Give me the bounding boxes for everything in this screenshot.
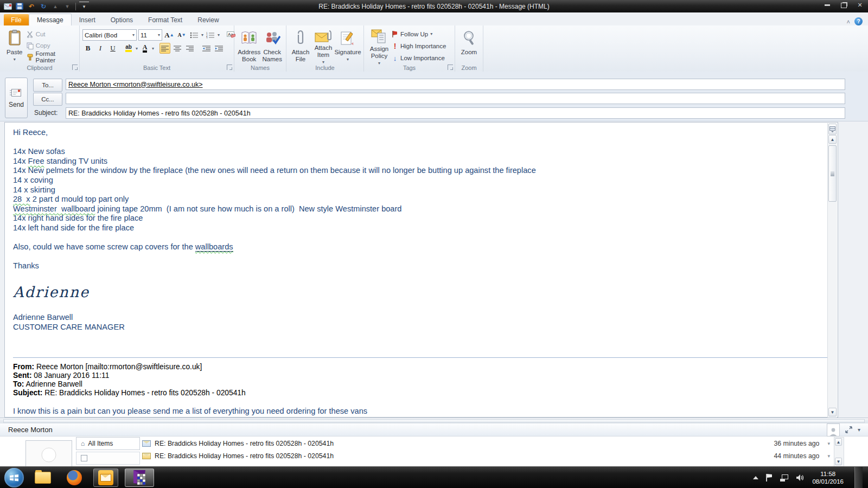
increase-indent-button[interactable] xyxy=(214,43,225,54)
action-center-icon[interactable] xyxy=(766,474,773,481)
cc-field[interactable] xyxy=(66,93,845,104)
bullets-caret-icon[interactable]: ▾ xyxy=(201,33,203,37)
send-button[interactable]: Send xyxy=(5,78,28,118)
expand-pane-icon[interactable] xyxy=(845,426,852,433)
taskbar-outlook-button[interactable] xyxy=(93,468,118,487)
font-color-icon: A xyxy=(143,44,148,53)
start-button[interactable] xyxy=(4,468,24,487)
cc-button[interactable]: Cc... xyxy=(33,93,62,106)
people-scroll-down-button[interactable]: ▼ xyxy=(835,458,842,465)
chevron-down-icon[interactable]: ▾ xyxy=(827,453,832,459)
people-scroll-up-button[interactable]: ▲ xyxy=(835,438,842,446)
scroll-down-button[interactable]: ▼ xyxy=(828,408,837,416)
message-body-text[interactable]: Hi Reece, 14x New sofas14x Free standing… xyxy=(13,128,821,416)
grow-font-button[interactable]: A▲ xyxy=(164,30,175,41)
chevron-down-icon[interactable]: ▾ xyxy=(827,441,832,446)
signature-button[interactable]: Signature ▾ xyxy=(335,27,361,63)
volume-icon[interactable] xyxy=(796,474,805,481)
basic-text-dialog-launcher[interactable] xyxy=(227,65,232,70)
body-scrollbar[interactable]: ▲ ▼ xyxy=(827,123,837,418)
taskbar-clock[interactable]: 11:58 08/01/2016 xyxy=(812,470,847,485)
scroll-up-button[interactable]: ▲ xyxy=(828,135,837,144)
split-pane-icon[interactable] xyxy=(828,124,837,134)
close-button[interactable]: ✕ xyxy=(852,0,868,10)
italic-button[interactable]: I xyxy=(95,43,106,54)
check-names-icon xyxy=(264,29,280,47)
low-importance-label: Low Importance xyxy=(400,55,445,61)
outlook-icon xyxy=(98,470,113,485)
taskbar-app-button[interactable] xyxy=(125,468,154,487)
high-importance-button[interactable]: ! High Importance xyxy=(392,41,446,50)
clipboard-dialog-launcher[interactable] xyxy=(72,65,78,70)
message-body[interactable]: Hi Reece, 14x New sofas14x Free standing… xyxy=(4,122,838,418)
save-icon[interactable] xyxy=(15,2,24,11)
tags-dialog-launcher[interactable] xyxy=(448,65,453,70)
customize-qat-icon[interactable]: ▾ xyxy=(79,2,89,11)
to-field[interactable]: Reece Morton <rmorton@swiftleisure.co.uk… xyxy=(66,79,845,90)
font-size-select[interactable]: 11 ▾ xyxy=(138,29,162,41)
zoom-button[interactable]: Zoom xyxy=(458,27,480,63)
help-icon[interactable]: ? xyxy=(854,17,863,25)
taskbar-firefox-button[interactable] xyxy=(62,468,87,487)
shrink-font-button[interactable]: A▼ xyxy=(176,30,187,41)
align-center-button[interactable] xyxy=(172,43,183,54)
to-recipient[interactable]: Reece Morton <rmorton@swiftleisure.co.uk… xyxy=(68,81,203,88)
tab-review[interactable]: Review xyxy=(190,14,226,25)
align-right-button[interactable] xyxy=(184,43,195,54)
highlight-caret-icon[interactable]: ▾ xyxy=(136,46,138,51)
follow-up-button[interactable]: Follow Up ▾ xyxy=(392,29,446,38)
attach-item-label: Attach Item xyxy=(312,44,335,59)
numbering-button[interactable]: 123 xyxy=(205,30,216,41)
app-mail-icon[interactable] xyxy=(3,2,12,11)
tab-insert[interactable]: Insert xyxy=(72,14,103,25)
decrease-indent-button[interactable] xyxy=(201,43,212,54)
font-name-select[interactable]: Calibri (Bod ▾ xyxy=(82,29,137,41)
copy-button[interactable]: Copy xyxy=(27,41,76,50)
font-color-button[interactable]: A xyxy=(139,43,150,54)
numbering-caret-icon[interactable]: ▾ xyxy=(218,33,220,37)
tab-file[interactable]: File xyxy=(4,14,29,25)
paste-button[interactable]: Paste ▾ xyxy=(3,27,27,63)
taskbar-explorer-button[interactable] xyxy=(30,468,55,487)
people-pane-rows: RE: Braddicks Holiday Homes - retro fits… xyxy=(142,437,832,462)
align-left-button[interactable] xyxy=(159,43,170,54)
redo-icon[interactable]: ↻ xyxy=(39,2,48,11)
undo-icon[interactable]: ↶ xyxy=(27,2,36,11)
people-pane-chevron-icon[interactable]: ▾ xyxy=(858,427,860,433)
paste-caret-icon[interactable]: ▾ xyxy=(14,56,16,63)
people-pane-scrollbar[interactable]: ▲ ▼ xyxy=(834,437,844,466)
text-highlight-button[interactable]: ab xyxy=(123,43,134,54)
next-item-icon[interactable]: ▼ xyxy=(62,2,72,11)
restore-button[interactable] xyxy=(835,0,852,10)
underline-button[interactable]: U xyxy=(107,43,118,54)
firefox-icon xyxy=(67,470,82,485)
scroll-thumb[interactable] xyxy=(828,145,837,202)
cut-button[interactable]: Cut xyxy=(27,29,76,39)
to-button[interactable]: To... xyxy=(33,79,62,92)
previous-item-icon[interactable]: ▲ xyxy=(50,2,60,11)
check-names-button[interactable]: Check Names xyxy=(261,27,283,63)
network-icon[interactable] xyxy=(780,474,788,481)
tab-message[interactable]: Message xyxy=(29,14,72,25)
bullets-button[interactable] xyxy=(189,30,200,41)
assign-policy-button[interactable]: Assign Policy ▾ xyxy=(367,27,392,63)
list-item[interactable]: RE: Braddicks Holiday Homes - retro fits… xyxy=(142,450,832,462)
address-book-button[interactable]: Address Book xyxy=(237,27,261,63)
attach-file-button[interactable]: Attach File xyxy=(289,27,312,63)
attach-item-button[interactable]: Attach Item ▾ xyxy=(312,27,335,63)
tab-all-items[interactable]: ⌂ All Items xyxy=(76,437,140,450)
minimize-button[interactable] xyxy=(819,0,835,10)
low-importance-button[interactable]: ↓ Low Importance xyxy=(392,54,446,63)
tab-activities-partial[interactable] xyxy=(76,452,140,465)
font-color-caret-icon[interactable]: ▾ xyxy=(152,46,154,51)
subject-field[interactable]: RE: Braddicks Holiday Homes - retro fits… xyxy=(66,107,845,119)
list-item[interactable]: RE: Braddicks Holiday Homes - retro fits… xyxy=(142,437,832,450)
hidden-icons-button[interactable] xyxy=(753,476,758,479)
minimize-ribbon-icon[interactable]: ˄ xyxy=(847,18,850,25)
bold-button[interactable]: B xyxy=(82,43,93,54)
tab-options[interactable]: Options xyxy=(103,14,141,25)
show-desktop-button[interactable] xyxy=(854,467,863,488)
address-book-icon xyxy=(241,29,257,47)
tab-format-text[interactable]: Format Text xyxy=(141,14,190,25)
format-painter-button[interactable]: Format Painter xyxy=(27,52,76,62)
